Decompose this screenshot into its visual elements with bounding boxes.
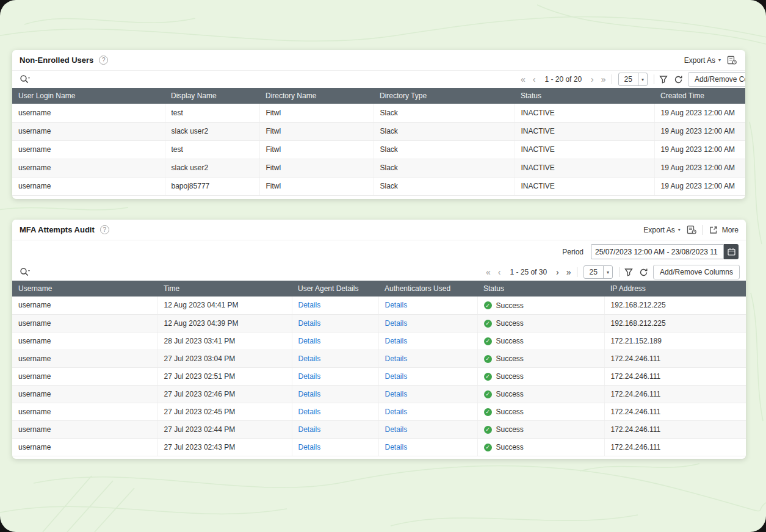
column-header[interactable]: Username — [12, 281, 157, 297]
chevron-down-icon: ▾ — [638, 73, 647, 85]
status-label: Success — [496, 425, 524, 434]
table-row[interactable]: usernameslack user2FitwlSlackINACTIVE19 … — [12, 159, 745, 177]
add-remove-columns-button[interactable]: Add/Remove Columns — [653, 265, 740, 279]
authenticators-used-link[interactable]: Details — [385, 408, 408, 416]
column-header[interactable]: Authenticators Used — [378, 281, 477, 297]
authenticators-used-cell: Details — [378, 438, 477, 456]
add-remove-columns-button[interactable]: Add/Remove Columns — [688, 72, 745, 87]
table-cell: INACTIVE — [515, 140, 654, 159]
chevron-down-icon: ▾ — [603, 266, 612, 278]
status-badge: ✓Success — [484, 408, 524, 416]
status-badge: ✓Success — [484, 354, 524, 363]
search-icon[interactable] — [18, 266, 32, 278]
more-icon — [708, 225, 719, 235]
success-check-icon: ✓ — [484, 337, 492, 345]
refresh-icon[interactable] — [673, 74, 684, 85]
pagination-first-button[interactable]: « — [484, 268, 493, 276]
column-header[interactable]: Status — [477, 281, 604, 297]
divider — [619, 267, 620, 277]
period-range-value[interactable]: 25/07/2023 12:00 AM - 23/08/2023 11 — [591, 244, 724, 259]
user-agent-details-link[interactable]: Details — [298, 354, 321, 363]
user-agent-details-link[interactable]: Details — [298, 443, 321, 451]
authenticators-used-link[interactable]: Details — [385, 443, 408, 451]
authenticators-used-link[interactable]: Details — [385, 390, 408, 398]
username-cell: username — [12, 297, 157, 314]
filter-icon[interactable] — [623, 267, 634, 278]
table-row[interactable]: username27 Jul 2023 02:44 PMDetailsDetai… — [12, 420, 746, 438]
table-cell: test — [165, 140, 259, 159]
pagination-next-button[interactable]: › — [554, 268, 561, 276]
column-header[interactable]: Directory Name — [259, 88, 374, 104]
search-icon[interactable] — [18, 73, 32, 85]
table-row[interactable]: usernametestFitwlSlackINACTIVE19 Aug 202… — [12, 140, 745, 159]
filter-icon[interactable] — [658, 74, 669, 85]
column-header[interactable]: IP Address — [604, 281, 746, 297]
username-cell: username — [12, 438, 157, 456]
success-check-icon: ✓ — [484, 301, 492, 309]
authenticators-used-link[interactable]: Details — [385, 301, 408, 309]
table-cell: slack user2 — [165, 159, 259, 177]
calendar-icon[interactable] — [724, 244, 739, 259]
user-agent-details-link[interactable]: Details — [298, 390, 321, 398]
authenticators-used-link[interactable]: Details — [385, 337, 408, 345]
pagination-prev-button[interactable]: ‹ — [496, 268, 503, 276]
table-cell: Slack — [374, 140, 515, 159]
table-row[interactable]: usernamebapoj85777FitwlSlackINACTIVE19 A… — [12, 177, 745, 195]
column-header[interactable]: Created Time — [654, 88, 745, 104]
table-row[interactable]: username27 Jul 2023 02:45 PMDetailsDetai… — [12, 403, 746, 420]
authenticators-used-link[interactable]: Details — [385, 354, 408, 363]
column-header[interactable]: Status — [515, 88, 654, 104]
chevron-down-icon: ▾ — [718, 57, 721, 63]
pagination-next-button[interactable]: › — [589, 75, 596, 84]
divider — [577, 267, 577, 277]
refresh-icon[interactable] — [638, 267, 649, 278]
column-header[interactable]: Display Name — [165, 88, 259, 104]
export-icon[interactable] — [685, 224, 698, 235]
table-row[interactable]: usernametestFitwlSlackINACTIVE19 Aug 202… — [12, 104, 745, 122]
pagination-first-button[interactable]: « — [519, 75, 527, 84]
help-icon[interactable]: ? — [100, 225, 109, 234]
table-row[interactable]: username27 Jul 2023 03:04 PMDetailsDetai… — [12, 350, 746, 367]
column-header[interactable]: Time — [157, 281, 292, 297]
time-cell: 28 Jul 2023 03:41 PM — [157, 332, 292, 350]
column-header[interactable]: User Agent Details — [292, 281, 378, 297]
column-header[interactable]: Directory Type — [374, 88, 515, 104]
table-row[interactable]: username27 Jul 2023 02:51 PMDetailsDetai… — [12, 367, 746, 385]
page-size-select[interactable]: 25 ▾ — [618, 73, 648, 86]
table-row[interactable]: username28 Jul 2023 03:41 PMDetailsDetai… — [12, 332, 746, 350]
period-range-input[interactable]: 25/07/2023 12:00 AM - 23/08/2023 11 — [591, 244, 739, 259]
user-agent-details-link[interactable]: Details — [298, 408, 321, 416]
authenticators-used-link[interactable]: Details — [385, 319, 408, 328]
status-cell: ✓Success — [477, 403, 604, 420]
column-header[interactable]: User Login Name — [12, 88, 165, 104]
help-icon[interactable]: ? — [99, 56, 108, 65]
table-row[interactable]: usernameslack user2FitwlSlackINACTIVE19 … — [12, 122, 745, 140]
authenticators-used-cell: Details — [378, 403, 477, 420]
page-size-select[interactable]: 25 ▾ — [584, 265, 613, 279]
user-agent-details-link[interactable]: Details — [298, 337, 321, 345]
user-agent-details-link[interactable]: Details — [298, 372, 321, 381]
more-button[interactable]: More — [708, 225, 739, 235]
status-label: Success — [496, 372, 524, 381]
username-cell: username — [12, 314, 157, 332]
export-as-button[interactable]: Export As ▾ — [643, 226, 680, 234]
ip-address-cell: 172.24.246.111 — [604, 385, 746, 403]
table-toolbar: « ‹ 1 - 20 of 20 › » 25 ▾ Add/Remove Col… — [12, 71, 745, 88]
authenticators-used-link[interactable]: Details — [385, 425, 408, 434]
user-agent-details-link[interactable]: Details — [298, 319, 321, 328]
table-row[interactable]: username12 Aug 2023 04:39 PMDetailsDetai… — [12, 314, 746, 332]
export-as-button[interactable]: Export As ▾ — [684, 56, 721, 65]
table-cell: 19 Aug 2023 12:00 AM — [654, 177, 745, 195]
table-row[interactable]: username27 Jul 2023 02:43 PMDetailsDetai… — [12, 438, 746, 456]
pagination-last-button[interactable]: » — [599, 75, 608, 84]
table-row[interactable]: username12 Aug 2023 04:41 PMDetailsDetai… — [12, 297, 746, 314]
pagination-prev-button[interactable]: ‹ — [531, 75, 538, 84]
user-agent-details-link[interactable]: Details — [298, 425, 321, 434]
authenticators-used-link[interactable]: Details — [385, 372, 408, 381]
status-cell: ✓Success — [477, 350, 604, 367]
status-cell: ✓Success — [477, 297, 604, 314]
pagination-last-button[interactable]: » — [565, 268, 573, 276]
export-icon[interactable] — [726, 54, 738, 66]
user-agent-details-link[interactable]: Details — [298, 301, 321, 309]
table-row[interactable]: username27 Jul 2023 02:46 PMDetailsDetai… — [12, 385, 746, 403]
